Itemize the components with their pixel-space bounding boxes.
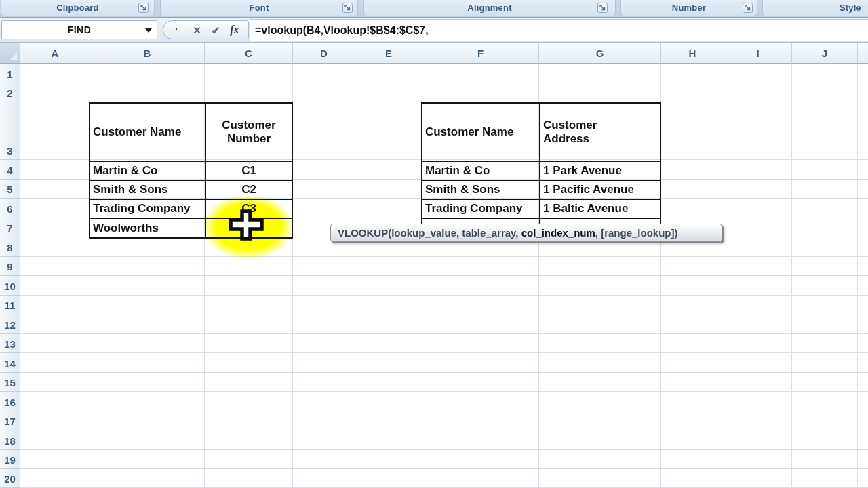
name-box-value: FIND <box>68 24 92 35</box>
column-header-J[interactable]: J <box>792 43 858 64</box>
gridline-horizontal <box>20 83 868 83</box>
gridline-horizontal <box>20 411 868 411</box>
cell-C3[interactable]: Customer Number <box>206 104 292 162</box>
row-header-19[interactable]: 19 <box>0 450 20 469</box>
row-header-18[interactable]: 18 <box>0 430 20 450</box>
gridline-horizontal <box>20 372 868 373</box>
row-header-16[interactable]: 16 <box>0 392 20 411</box>
cell-G3[interactable]: Customer Address <box>540 104 660 162</box>
ribbon-group-label: Alignment <box>364 3 615 13</box>
formula-text: =vlookup(B4,Vlookup!$B$4:$C$7, <box>255 24 429 37</box>
cell-C4[interactable]: C1 <box>206 162 292 181</box>
column-header-F[interactable]: F <box>422 43 539 64</box>
cell-B4[interactable]: Martin & Co <box>90 162 206 181</box>
cell-C6[interactable]: C3 <box>206 200 292 219</box>
gridline-horizontal <box>20 449 868 450</box>
ribbon-group-clipboard: Clipboard <box>1 0 155 16</box>
column-header-B[interactable]: B <box>90 43 205 64</box>
customer-address-table: Customer Name Customer Address Martin & … <box>421 102 661 239</box>
row-header-17[interactable]: 17 <box>0 411 20 430</box>
row-header-12[interactable]: 12 <box>0 314 20 334</box>
row-header-9[interactable]: 9 <box>0 257 20 276</box>
gridline-horizontal <box>20 275 868 276</box>
cell-F5[interactable]: Smith & Sons <box>422 181 540 200</box>
cell-C7-active[interactable] <box>206 219 292 237</box>
function-hint-tooltip: VLOOKUP(lookup_value, table_array, col_i… <box>330 224 722 242</box>
column-header-H[interactable]: H <box>661 43 724 64</box>
column-header-D[interactable]: D <box>293 43 355 64</box>
row-header-3[interactable]: 3 <box>0 102 20 160</box>
gridline-horizontal <box>20 352 868 353</box>
cell-G4[interactable]: 1 Park Avenue <box>540 162 660 181</box>
gridline-vertical <box>724 64 724 488</box>
ribbon-group-style: Style <box>762 0 868 16</box>
cell-B5[interactable]: Smith & Sons <box>90 181 206 200</box>
cell-B3[interactable]: Customer Name <box>90 104 206 162</box>
ribbon-group-label: Style <box>763 3 868 13</box>
enter-button[interactable]: ✔ <box>212 25 220 35</box>
ribbon-group-number: Number <box>620 0 757 16</box>
dialog-launcher-icon[interactable] <box>597 3 608 13</box>
name-box-dropdown-icon[interactable] <box>145 28 152 33</box>
ribbon-strip: Clipboard Font Alignment Number Style <box>0 0 868 18</box>
ribbon-group-font: Font <box>160 0 358 16</box>
gridline-horizontal <box>20 333 868 334</box>
cell-F3[interactable]: Customer Name <box>422 104 540 162</box>
tooltip-current-arg: col_index_num <box>521 227 595 239</box>
row-header-13[interactable]: 13 <box>0 334 20 353</box>
dialog-launcher-icon[interactable] <box>743 3 753 13</box>
row-header-7[interactable]: 7 <box>0 218 20 237</box>
gridline-horizontal <box>20 430 868 430</box>
gridline-horizontal <box>20 295 868 296</box>
column-header-A[interactable]: A <box>20 43 90 64</box>
row-header-4[interactable]: 4 <box>0 160 20 180</box>
insert-function-button[interactable]: fx <box>230 24 239 35</box>
column-header-partial[interactable] <box>858 43 868 64</box>
row-header-5[interactable]: 5 <box>0 180 20 199</box>
row-header-8[interactable]: 8 <box>0 237 20 257</box>
column-header-E[interactable]: E <box>355 43 422 64</box>
name-box[interactable]: FIND <box>1 20 157 39</box>
gridline-horizontal <box>20 314 868 314</box>
drag-handle-icon <box>175 24 182 36</box>
cell-B6[interactable]: Trading Company <box>90 200 206 219</box>
cell-C5[interactable]: C2 <box>206 181 292 200</box>
customer-number-table: Customer Name Customer Number Martin & C… <box>89 102 293 239</box>
dialog-launcher-icon[interactable] <box>342 3 353 13</box>
gridline-horizontal <box>20 391 868 392</box>
row-header-11[interactable]: 11 <box>0 296 20 314</box>
cell-B7[interactable]: Woolworths <box>90 219 206 237</box>
row-header-15[interactable]: 15 <box>0 373 20 392</box>
formula-input[interactable]: =vlookup(B4,Vlookup!$B$4:$C$7, <box>250 19 868 41</box>
gridline-horizontal <box>20 468 868 469</box>
ribbon-group-alignment: Alignment <box>363 0 616 16</box>
select-all-corner[interactable] <box>0 43 20 64</box>
row-header-10[interactable]: 10 <box>0 276 20 296</box>
row-header-6[interactable]: 6 <box>0 199 20 218</box>
tooltip-text-prefix: VLOOKUP(lookup_value, table_array, <box>338 227 521 239</box>
excel-window: Clipboard Font Alignment Number Style FI… <box>0 0 868 488</box>
row-header-1[interactable]: 1 <box>0 64 20 83</box>
cell-G5[interactable]: 1 Pacific Avenue <box>540 181 660 200</box>
ribbon-group-label: Number <box>621 3 757 13</box>
cell-F4[interactable]: Martin & Co <box>422 162 540 181</box>
ribbon-group-label: Font <box>161 3 357 13</box>
gridline-vertical <box>857 64 858 488</box>
ribbon-group-label: Clipboard <box>1 3 154 13</box>
gridline-vertical <box>355 64 355 488</box>
row-header-2[interactable]: 2 <box>0 83 20 102</box>
gridline-horizontal <box>20 256 868 257</box>
formula-bar: FIND ✕ ✔ fx =vlookup(B4,Vlookup!$B$4:$C$… <box>0 18 868 43</box>
select-all-triangle-icon <box>9 53 17 60</box>
cell-F6[interactable]: Trading Company <box>422 200 540 219</box>
cancel-button[interactable]: ✕ <box>193 25 201 35</box>
column-header-C[interactable]: C <box>205 43 293 64</box>
column-header-G[interactable]: G <box>539 43 661 64</box>
dialog-launcher-icon[interactable] <box>138 3 149 13</box>
row-header-14[interactable]: 14 <box>0 353 20 373</box>
gridline-vertical <box>791 64 792 488</box>
column-header-I[interactable]: I <box>724 43 792 64</box>
row-header-20[interactable]: 20 <box>0 469 20 488</box>
formula-bar-buttons: ✕ ✔ fx <box>163 20 249 39</box>
cell-G6[interactable]: 1 Baltic Avenue <box>540 200 660 219</box>
